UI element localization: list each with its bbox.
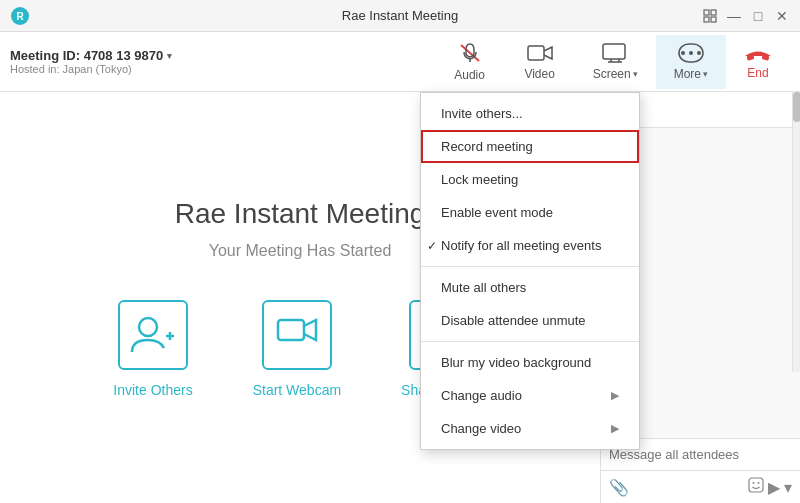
title-bar: R Rae Instant Meeting — □ ✕ xyxy=(0,0,800,32)
content-meeting-title: Rae Instant Meeting xyxy=(175,198,426,230)
dropdown-separator-2 xyxy=(421,341,639,342)
grid-button[interactable] xyxy=(702,8,718,24)
window-controls: — □ ✕ xyxy=(702,8,790,24)
message-actions: 📎 ▶ ▾ xyxy=(601,471,800,503)
scrollbar-track[interactable] xyxy=(792,92,800,372)
dropdown-mute-all[interactable]: Mute all others xyxy=(421,271,639,304)
audio-icon xyxy=(458,42,482,64)
svg-rect-2 xyxy=(704,10,709,15)
meeting-id-chevron[interactable]: ▾ xyxy=(167,51,172,61)
minimize-button[interactable]: — xyxy=(726,8,742,24)
dropdown-separator-1 xyxy=(421,266,639,267)
screen-button[interactable]: Screen ▾ xyxy=(575,35,656,89)
svg-rect-8 xyxy=(528,46,544,60)
dropdown-blur[interactable]: Blur my video background xyxy=(421,346,639,379)
svg-rect-5 xyxy=(711,17,716,22)
dropdown-event-mode[interactable]: Enable event mode xyxy=(421,196,639,229)
svg-point-33 xyxy=(753,482,755,484)
window-title: Rae Instant Meeting xyxy=(342,8,458,23)
toolbar: Meeting ID: 4708 13 9870 ▾ Hosted in: Ja… xyxy=(0,32,800,92)
close-button[interactable]: ✕ xyxy=(774,8,790,24)
dropdown-record[interactable]: Record meeting xyxy=(421,130,639,163)
dropdown-disable-unmute[interactable]: Disable attendee unmute xyxy=(421,304,639,337)
invite-others-button[interactable]: Invite Others xyxy=(113,300,192,398)
end-label: End xyxy=(747,66,768,80)
svg-rect-3 xyxy=(711,10,716,15)
dropdown-lock[interactable]: Lock meeting xyxy=(421,163,639,196)
svg-rect-22 xyxy=(278,320,304,340)
content-subtitle: Your Meeting Has Started xyxy=(209,242,392,260)
screen-label: Screen ▾ xyxy=(593,67,638,81)
scrollbar-thumb[interactable] xyxy=(793,92,800,122)
toolbar-buttons: Audio Video Scree xyxy=(435,34,790,90)
svg-point-19 xyxy=(139,318,157,336)
svg-text:R: R xyxy=(16,11,24,22)
dropdown-notify[interactable]: Notify for all meeting events xyxy=(421,229,639,262)
change-audio-arrow: ▶ xyxy=(611,389,619,402)
webcam-icon xyxy=(262,300,332,370)
app-logo: R xyxy=(10,6,30,26)
svg-rect-32 xyxy=(749,478,763,492)
more-button[interactable]: More ▾ xyxy=(656,35,726,89)
meeting-hosted: Hosted in: Japan (Tokyo) xyxy=(10,63,172,75)
dropdown-invite[interactable]: Invite others... xyxy=(421,97,639,130)
attachment-button[interactable]: 📎 xyxy=(609,478,629,497)
maximize-button[interactable]: □ xyxy=(750,8,766,24)
meeting-id: Meeting ID: 4708 13 9870 ▾ xyxy=(10,48,172,63)
video-icon xyxy=(527,43,553,63)
emoji-button[interactable] xyxy=(748,477,764,497)
svg-rect-9 xyxy=(603,44,625,59)
meeting-info: Meeting ID: 4708 13 9870 ▾ Hosted in: Ja… xyxy=(10,48,172,75)
video-button[interactable]: Video xyxy=(505,35,575,89)
audio-button[interactable]: Audio xyxy=(435,34,505,90)
end-button[interactable]: End xyxy=(726,36,790,88)
more-dropdown-menu: Invite others... Record meeting Lock mee… xyxy=(420,92,640,450)
svg-point-13 xyxy=(681,51,685,55)
audio-label: Audio xyxy=(454,68,485,82)
dropdown-change-video[interactable]: Change video ▶ xyxy=(421,412,639,445)
webcam-label: Start Webcam xyxy=(253,382,341,398)
invite-label: Invite Others xyxy=(113,382,192,398)
main-area: Rae Instant Meeting Your Meeting Has Sta… xyxy=(0,92,800,503)
change-video-arrow: ▶ xyxy=(611,422,619,435)
svg-rect-4 xyxy=(704,17,709,22)
video-label: Video xyxy=(524,67,554,81)
svg-point-14 xyxy=(689,51,693,55)
end-icon xyxy=(744,44,772,62)
more-label: More ▾ xyxy=(674,67,708,81)
svg-point-15 xyxy=(697,51,701,55)
svg-point-34 xyxy=(758,482,760,484)
invite-icon xyxy=(118,300,188,370)
dropdown-change-audio[interactable]: Change audio ▶ xyxy=(421,379,639,412)
start-webcam-button[interactable]: Start Webcam xyxy=(253,300,341,398)
more-options-button[interactable]: ▾ xyxy=(784,477,792,497)
send-button[interactable]: ▶ xyxy=(768,477,780,497)
more-icon xyxy=(678,43,704,63)
screen-icon xyxy=(602,43,628,63)
